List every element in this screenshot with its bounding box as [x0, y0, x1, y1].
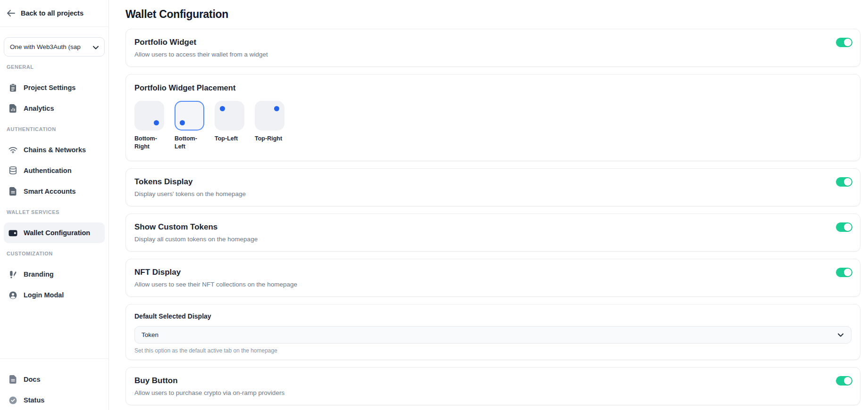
placement-tile [255, 101, 284, 131]
sidebar-item-chains-networks[interactable]: Chains & Networks [4, 139, 105, 160]
check-circle-icon [8, 396, 17, 404]
sidebar-item-branding[interactable]: Branding [4, 264, 105, 285]
placement-dot-icon [180, 120, 185, 125]
project-selector[interactable]: One with Web3Auth (sap [4, 37, 105, 57]
file-icon [8, 187, 17, 196]
section-label-authentication: AUTHENTICATION [4, 119, 105, 139]
sidebar-item-authentication[interactable]: Authentication [4, 160, 105, 181]
card-title: Portfolio Widget Placement [134, 83, 851, 93]
sidebar-item-label: Login Modal [24, 291, 64, 299]
card-description: Display users' tokens on the homepage [134, 190, 246, 198]
placement-dot-icon [274, 106, 279, 111]
buy-button-toggle[interactable] [836, 376, 852, 385]
section-label-wallet-services: WALLET SERVICES [4, 202, 105, 222]
brush-icon [8, 271, 17, 279]
database-icon [8, 166, 17, 175]
placement-label: Top-Left [215, 135, 244, 143]
portfolio-widget-card: Portfolio Widget Allow users to access t… [125, 29, 860, 67]
sidebar-item-label: Docs [24, 376, 40, 383]
sidebar-item-login-modal[interactable]: Login Modal [4, 285, 105, 305]
user-circle-icon [8, 291, 17, 299]
toggle-knob [844, 377, 851, 385]
placement-tile [215, 101, 244, 131]
toggle-knob [844, 178, 851, 186]
analytics-doc-icon [8, 104, 17, 113]
nft-display-toggle[interactable] [836, 268, 852, 277]
placement-dot-icon [220, 106, 225, 111]
clipboard-icon [8, 83, 17, 92]
show-custom-tokens-toggle[interactable] [836, 222, 852, 232]
card-description: Display all custom tokens on the homepag… [134, 235, 258, 243]
placement-options: Bottom-Right Bottom-Left Top-Left Top-Ri… [134, 101, 851, 150]
select-helper-text: Set this option as the default active ta… [134, 347, 851, 354]
sidebar-item-analytics[interactable]: Analytics [4, 98, 105, 119]
card-title: Portfolio Widget [134, 37, 268, 48]
sidebar-item-label: Wallet Configuration [24, 229, 90, 237]
sidebar-item-label: Status [24, 396, 44, 404]
placement-tile [175, 101, 204, 131]
wallet-icon [8, 229, 17, 237]
placement-tile [134, 101, 164, 131]
nft-display-card: NFT Display Allow users to see their NFT… [125, 259, 860, 297]
sidebar-item-label: Chains & Networks [24, 146, 86, 154]
toggle-knob [844, 223, 851, 231]
sidebar-item-project-settings[interactable]: Project Settings [4, 77, 105, 98]
card-description: Allow users to access their wallet from … [134, 50, 268, 58]
back-label: Back to all projects [21, 9, 83, 17]
placement-dot-icon [154, 120, 159, 125]
placement-label: Bottom-Left [175, 135, 204, 150]
sidebar-item-label: Analytics [24, 105, 54, 112]
default-display-select[interactable]: Token [134, 326, 851, 344]
placement-option-top-right[interactable]: Top-Right [255, 101, 286, 150]
buy-button-card: Buy Button Allow users to purchase crypt… [125, 367, 860, 405]
sidebar-item-label: Smart Accounts [24, 188, 76, 195]
wifi-icon [8, 147, 17, 154]
toggle-knob [844, 39, 851, 46]
card-title: NFT Display [134, 267, 297, 278]
section-label-customization: CUSTOMIZATION [4, 243, 105, 264]
card-title: Show Custom Tokens [134, 222, 258, 232]
card-description: Allow users to see their NFT collections… [134, 280, 297, 288]
toggle-knob [844, 269, 851, 276]
placement-option-top-left[interactable]: Top-Left [215, 101, 246, 150]
portfolio-widget-toggle[interactable] [836, 38, 852, 47]
placement-option-bottom-right[interactable]: Bottom-Right [134, 101, 166, 150]
sidebar-item-docs[interactable]: Docs [4, 369, 105, 390]
select-value: Token [142, 331, 159, 338]
sidebar-item-label: Project Settings [24, 84, 75, 91]
portfolio-widget-placement-card: Portfolio Widget Placement Bottom-Right … [125, 74, 860, 161]
card-title: Buy Button [134, 376, 284, 386]
sidebar-footer: Docs Status [0, 358, 108, 410]
placement-label: Bottom-Right [134, 135, 164, 150]
card-title: Tokens Display [134, 177, 246, 187]
placement-label: Top-Right [255, 135, 284, 143]
sidebar-item-label: Branding [24, 271, 54, 278]
placement-option-bottom-left[interactable]: Bottom-Left [175, 101, 206, 150]
sidebar-item-wallet-configuration[interactable]: Wallet Configuration [4, 222, 105, 243]
doc-icon [8, 375, 17, 384]
select-label: Default Selected Display [134, 312, 851, 320]
tokens-display-toggle[interactable] [836, 177, 852, 187]
back-to-projects-link[interactable]: Back to all projects [0, 0, 108, 27]
section-label-general: GENERAL [4, 57, 105, 77]
chevron-down-icon [838, 331, 843, 338]
show-custom-tokens-card: Show Custom Tokens Display all custom to… [125, 213, 860, 252]
back-arrow-icon [7, 10, 16, 16]
page-title: Wallet Configuration [125, 8, 860, 21]
chevron-down-icon [93, 43, 99, 51]
sidebar-item-smart-accounts[interactable]: Smart Accounts [4, 181, 105, 202]
sidebar: Back to all projects One with Web3Auth (… [0, 0, 109, 410]
sidebar-item-label: Authentication [24, 167, 72, 174]
default-selected-display-card: Default Selected Display Token Set this … [125, 304, 860, 360]
card-description: Allow users to purchase crypto via on-ra… [134, 389, 284, 397]
sidebar-nav: One with Web3Auth (sap GENERAL Project S… [0, 27, 108, 358]
project-selector-value: One with Web3Auth (sap [10, 43, 90, 50]
main-content: Wallet Configuration Portfolio Widget Al… [109, 0, 868, 410]
sidebar-item-status[interactable]: Status [4, 390, 105, 410]
tokens-display-card: Tokens Display Display users' tokens on … [125, 168, 860, 206]
